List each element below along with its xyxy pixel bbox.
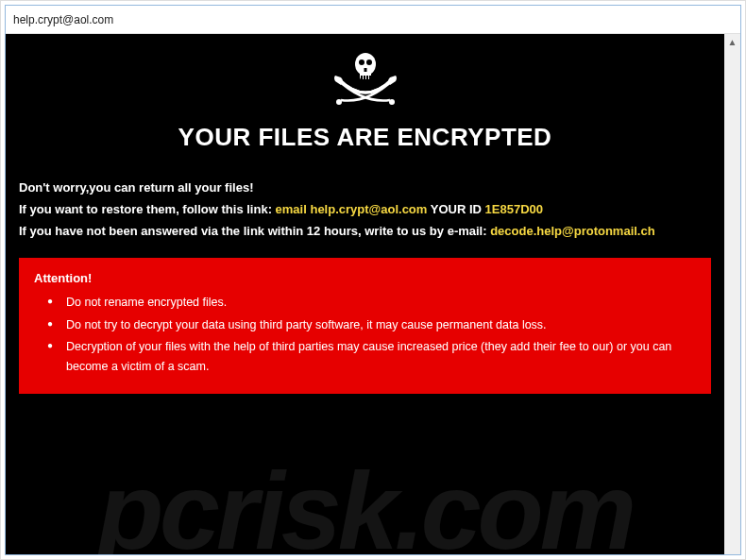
attention-box: Attention! Do not rename encrypted files… [19, 258, 711, 394]
intro-2a: If you want to restore them, follow this… [19, 202, 276, 216]
svg-point-2 [359, 59, 365, 65]
attention-title: Attention! [34, 271, 696, 285]
intro-3a: If you have not been answered via the li… [19, 224, 490, 238]
attention-list: Do not rename encrypted files. Do not tr… [34, 293, 696, 377]
list-item: Do not try to decrypt your data using th… [47, 315, 696, 335]
window: help.crypt@aol.com [5, 5, 741, 555]
list-item: Decryption of your files with the help o… [47, 337, 696, 378]
secondary-email: decode.help@protonmail.ch [490, 224, 654, 238]
main-heading: YOUR FILES ARE ENCRYPTED [19, 123, 711, 152]
vertical-scrollbar[interactable]: ▲ [724, 34, 740, 554]
watermark-text: pcrisk.com [6, 449, 724, 554]
intro-line-3: If you have not been answered via the li… [19, 222, 711, 242]
svg-rect-8 [369, 76, 371, 80]
skull-swords-icon [19, 49, 711, 113]
outer-frame: help.crypt@aol.com [0, 0, 746, 560]
intro-line-2: If you want to restore them, follow this… [19, 200, 711, 220]
svg-rect-4 [364, 68, 366, 72]
svg-point-3 [366, 59, 372, 65]
email-label: email [276, 202, 311, 216]
list-item: Do not rename encrypted files. [47, 293, 696, 313]
content-wrap: YOUR FILES ARE ENCRYPTED Don't worry,you… [6, 34, 740, 554]
yourid-label: YOUR ID [427, 202, 484, 216]
window-title: help.crypt@aol.com [13, 13, 113, 26]
scroll-up-icon[interactable]: ▲ [724, 34, 740, 50]
svg-rect-6 [364, 76, 365, 80]
intro-text: Don't worry,you can return all your file… [19, 178, 711, 241]
svg-rect-7 [366, 76, 368, 80]
intro-1a: Don't worry, [19, 180, 89, 195]
primary-email: help.crypt@aol.com [310, 202, 427, 216]
titlebar: help.crypt@aol.com [6, 6, 740, 34]
content-area: YOUR FILES ARE ENCRYPTED Don't worry,you… [6, 34, 724, 554]
intro-line-1: Don't worry,you can return all your file… [19, 178, 711, 198]
your-id-value: 1E857D00 [485, 202, 543, 216]
svg-rect-5 [361, 76, 363, 80]
intro-1b: you can return all your files! [89, 180, 253, 195]
